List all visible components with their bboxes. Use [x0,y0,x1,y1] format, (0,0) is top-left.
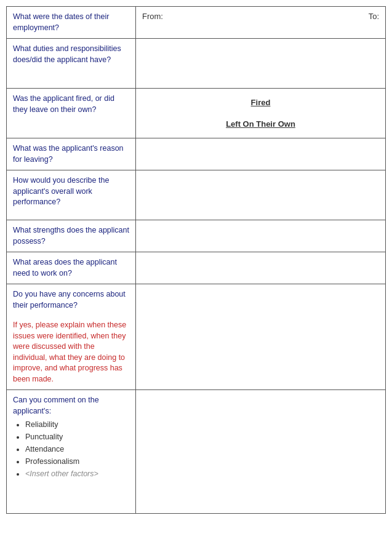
form-container: What were the dates of their employment?… [6,6,386,514]
question-cell-concerns: Do you have any concerns about their per… [7,284,136,389]
question-cell-reason-leaving: What was the applicant's reason for leav… [7,138,136,170]
question-cell-employment-dates: What were the dates of their employment? [7,7,136,38]
to-label: To: [369,12,379,33]
row-concerns: Do you have any concerns about their per… [7,284,385,390]
answer-cell-reason-leaving [136,138,385,170]
answer-cell-employment-dates: From: To: [136,7,385,38]
question-text-areas-improve: What areas does the applicant need to wo… [13,258,117,277]
question-text-concerns-blue: Do you have any concerns about their per… [13,290,126,309]
bullet-punctuality: Punctuality [25,433,129,441]
row-areas-improve: What areas does the applicant need to wo… [7,252,385,284]
question-text-duties: What duties and responsibilities does/di… [13,44,121,64]
row-work-performance: How would you describe the applicant's o… [7,170,385,220]
row-fired: Was the applicant fired, or did they lea… [7,89,385,138]
row-employment-dates: What were the dates of their employment?… [7,7,385,39]
from-label: From: [142,12,163,33]
answer-cell-work-performance [136,170,385,220]
question-cell-work-performance: How would you describe the applicant's o… [7,170,136,220]
fired-option-fired: Fired [251,98,271,107]
question-text-concerns-red: If yes, please explain when these issues… [13,321,126,383]
question-cell-duties: What duties and responsibilities does/di… [7,39,136,88]
question-text-strengths: What strengths does the applicant posses… [13,226,129,246]
question-text-comment: Can you comment on the applicant's: [13,396,99,415]
bullet-reliability: Reliability [25,420,129,429]
answer-cell-duties [136,39,385,88]
row-strengths: What strengths does the applicant posses… [7,220,385,252]
answer-cell-comment [136,390,385,513]
question-text-reason-leaving: What was the applicant's reason for leav… [13,144,124,164]
bullet-professionalism: Professionalism [25,457,129,466]
row-duties: What duties and responsibilities does/di… [7,39,385,89]
answer-cell-areas-improve [136,252,385,284]
answer-cell-concerns [136,284,385,389]
row-reason-leaving: What was the applicant's reason for leav… [7,138,385,170]
answer-cell-strengths [136,220,385,252]
question-cell-comment: Can you comment on the applicant's: Reli… [7,390,136,513]
row-comment: Can you comment on the applicant's: Reli… [7,390,385,513]
question-text-work-performance: How would you describe the applicant's o… [13,176,109,206]
question-cell-fired: Was the applicant fired, or did they lea… [7,89,136,138]
question-cell-strengths: What strengths does the applicant posses… [7,220,136,252]
bullet-attendance: Attendance [25,445,129,453]
bullet-other: <Insert other factors> [25,469,129,478]
bullet-list: Reliability Punctuality Attendance Profe… [13,420,129,478]
question-text-fired: Was the applicant fired, or did they lea… [13,94,114,114]
question-text-employment-dates: What were the dates of their employment? [13,12,109,32]
answer-cell-fired: Fired Left On Their Own [136,89,385,138]
question-cell-areas-improve: What areas does the applicant need to wo… [7,252,136,284]
fired-option-left: Left On Their Own [226,119,295,129]
